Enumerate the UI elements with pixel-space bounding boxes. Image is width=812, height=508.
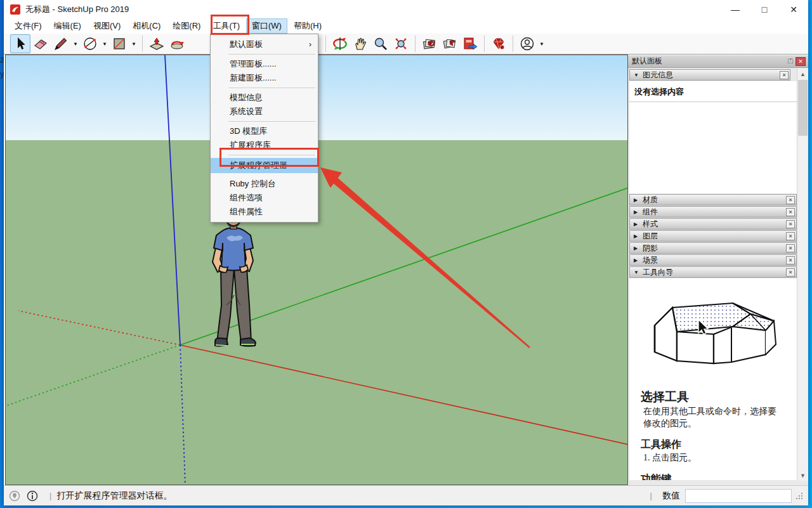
section-label: 组件 (643, 207, 658, 218)
section-close-button[interactable]: ✕ (786, 196, 795, 204)
orbit-icon (332, 36, 348, 51)
toolbar: ▼ ▼ ▼ (4, 34, 808, 55)
orbit-tool-button[interactable] (330, 34, 350, 53)
share-model-icon (462, 36, 478, 51)
resize-grip[interactable] (796, 492, 803, 500)
section-close-button[interactable]: ✕ (786, 232, 795, 240)
section-close-button[interactable]: ✕ (786, 220, 795, 228)
minimize-button[interactable]: — (721, 0, 750, 18)
tray-title-bar[interactable]: 默认面板 ⏍ ✕ (628, 55, 808, 68)
section-materials[interactable]: ▶ 材质 ✕ (629, 194, 797, 205)
entity-info-body: 没有选择内容 (629, 81, 797, 193)
title-bar: 无标题 - SketchUp Pro 2019 — □ ✕ (4, 0, 808, 18)
3d-warehouse-icon (422, 36, 437, 51)
menu-help[interactable]: 帮助(H) (288, 18, 327, 34)
panel-scrollbar[interactable]: ▲ ▼ (797, 68, 808, 481)
chevron-right-icon: ▶ (634, 197, 643, 203)
menu-item-preferences[interactable]: 系统设置 (211, 105, 318, 119)
section-close-button[interactable]: ✕ (786, 244, 795, 252)
pan-hand-icon (353, 36, 368, 51)
account-dropdown[interactable]: ▼ (537, 34, 546, 53)
menu-window[interactable]: 窗口(W) (246, 18, 287, 34)
geolocation-icon[interactable] (9, 490, 20, 502)
close-button[interactable]: ✕ (779, 0, 808, 18)
menu-item-component-attributes[interactable]: 组件属性 (211, 205, 318, 219)
rectangle-tool-button[interactable] (109, 34, 129, 53)
section-close-button[interactable]: ✕ (786, 268, 795, 277)
pushpull-icon (149, 36, 164, 51)
warehouse-button[interactable] (419, 34, 440, 53)
section-scenes[interactable]: ▶ 场景 ✕ (629, 254, 797, 266)
pushpull-tool-button[interactable] (147, 34, 167, 53)
chevron-right-icon: ▶ (634, 257, 643, 263)
pin-icon[interactable]: ⏍ (785, 56, 796, 66)
section-layers[interactable]: ▶ 图层 ✕ (629, 230, 797, 242)
chevron-down-icon: ▼ (634, 72, 643, 78)
menu-item-3d-warehouse[interactable]: 3D 模型库 (211, 124, 318, 138)
scrollbar-thumb[interactable] (798, 80, 808, 136)
menu-item-component-options[interactable]: 组件选项 (211, 191, 318, 205)
rotate-tool-button[interactable] (167, 34, 187, 53)
section-close-button[interactable]: ✕ (786, 208, 795, 216)
zoom-tool-button[interactable] (370, 34, 391, 53)
menu-item-manage-trays[interactable]: 管理面板...... (211, 57, 318, 71)
line-tool-dropdown[interactable]: ▼ (71, 34, 80, 53)
menu-separator (211, 119, 318, 124)
annotation-box-window-menu (211, 15, 249, 35)
scroll-down-icon[interactable]: ▼ (797, 470, 808, 481)
rotate-icon (169, 36, 185, 51)
instructor-house-illustration (638, 286, 789, 380)
maximize-button[interactable]: □ (750, 0, 779, 18)
sketchup-logo-icon (10, 4, 20, 15)
menu-separator (211, 51, 318, 57)
menu-item-default-tray[interactable]: 默认面板 › (211, 37, 318, 51)
menu-view[interactable]: 视图(V) (88, 18, 126, 34)
zoom-icon (373, 36, 388, 51)
menu-item-new-tray[interactable]: 新建面板...... (211, 71, 318, 85)
share-model-button[interactable] (460, 34, 480, 53)
pan-tool-button[interactable] (350, 34, 370, 53)
menu-item-ruby-console[interactable]: Ruby 控制台 (211, 177, 318, 191)
zoom-extents-icon (393, 36, 409, 51)
measurement-input[interactable] (685, 489, 792, 503)
desktop: 2 y 无标题 - SketchUp Pro 2019 — □ ✕ 文件(F) … (0, 0, 812, 508)
menu-item-model-info[interactable]: 模型信息 (211, 91, 318, 105)
select-tool-button[interactable] (10, 34, 30, 53)
measurement-label: 数值 (662, 490, 680, 502)
scroll-up-icon[interactable]: ▲ (797, 68, 808, 79)
zoom-extents-tool-button[interactable] (391, 34, 411, 53)
line-tool-button[interactable] (51, 34, 71, 53)
share-component-icon (442, 36, 457, 51)
section-entity-info[interactable]: ▼ 图元信息 ✕ (629, 69, 790, 81)
window-title: 无标题 - SketchUp Pro 2019 (25, 4, 129, 15)
account-button[interactable] (517, 34, 537, 53)
section-close-button[interactable]: ✕ (780, 71, 789, 79)
menu-edit[interactable]: 编辑(E) (48, 18, 87, 34)
section-label: 工具向导 (643, 267, 673, 278)
eraser-tool-button[interactable] (30, 34, 51, 53)
extension-warehouse-button[interactable] (488, 34, 509, 53)
rectangle-tool-dropdown[interactable]: ▼ (129, 34, 138, 53)
toolbar-separator (325, 36, 326, 52)
tray-close-button[interactable]: ✕ (796, 57, 806, 66)
annotation-box-extension-manager (219, 148, 319, 167)
submenu-arrow-icon: › (309, 37, 311, 51)
instructor-keys-heading: 功能键 (641, 472, 797, 480)
section-styles[interactable]: ▶ 样式 ✕ (629, 218, 797, 230)
arc-tool-button[interactable] (80, 34, 100, 53)
info-icon[interactable] (27, 490, 38, 502)
arc-icon (82, 36, 98, 51)
arc-tool-dropdown[interactable]: ▼ (100, 34, 109, 53)
window-menu-popup: 默认面板 › 管理面板...... 新建面板...... 模型信息 系统设置 3… (210, 34, 318, 223)
share-component-button[interactable] (440, 34, 460, 53)
section-instructor[interactable]: ▼ 工具向导 ✕ (629, 266, 797, 278)
section-shadows[interactable]: ▶ 阴影 ✕ (629, 242, 797, 254)
select-cursor-icon (13, 36, 28, 51)
section-label: 材质 (643, 195, 658, 205)
instructor-operation-step: 1. 点击图元。 (643, 452, 784, 464)
menu-camera[interactable]: 相机(C) (127, 18, 166, 34)
section-components[interactable]: ▶ 组件 ✕ (629, 206, 797, 218)
menu-file[interactable]: 文件(F) (9, 18, 48, 34)
menu-draw[interactable]: 绘图(R) (167, 18, 206, 34)
section-close-button[interactable]: ✕ (786, 256, 795, 264)
